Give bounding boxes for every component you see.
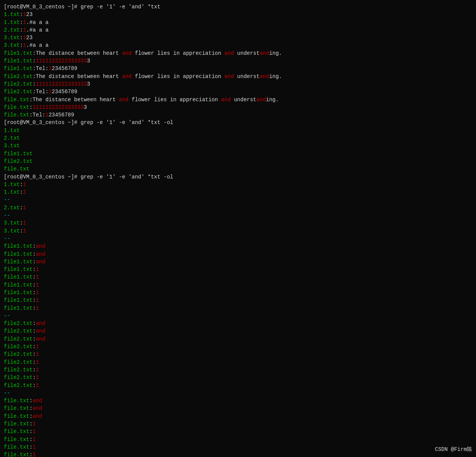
o1-out-9: file1.txt:1 bbox=[4, 266, 472, 273]
output-line-7: file1.txt:11111222223333333 bbox=[4, 57, 472, 65]
ol-output-2: 2.txt bbox=[4, 134, 472, 142]
o1-out-19: file2.txt:1 bbox=[4, 350, 472, 358]
o1-out-10: file1.txt:1 bbox=[4, 273, 472, 281]
ol-output-1: 1.txt bbox=[4, 127, 472, 134]
o1-out-15: file2.txt:and bbox=[4, 320, 472, 327]
output-line-14: file.txt:Tel:123456789 bbox=[4, 111, 472, 119]
output-line-1: 1.txt:123 bbox=[4, 11, 472, 18]
output-line-9: file2.txt:The distance between heart and… bbox=[4, 73, 472, 80]
output-line-3: 2.txt:1.#a a a bbox=[4, 26, 472, 34]
output-line-10: file2.txt:11111222223333333 bbox=[4, 80, 472, 88]
separator-2: -- bbox=[4, 212, 472, 219]
o1-out-18: file2.txt:1 bbox=[4, 343, 472, 350]
o1-out-11: file1.txt:1 bbox=[4, 281, 472, 289]
separator-3: -- bbox=[4, 235, 472, 242]
o1-out-7: file1.txt:and bbox=[4, 250, 472, 258]
separator-1: -- bbox=[4, 196, 472, 204]
o1-out-12: file1.txt:1 bbox=[4, 289, 472, 296]
o1-out-23: file2.txt:1 bbox=[4, 382, 472, 389]
o1-out-25: file.txt:and bbox=[4, 404, 472, 412]
ol-output-6: file.txt bbox=[4, 165, 472, 173]
o1-out-2: 1.txt:1 bbox=[4, 188, 472, 196]
output-line-5: 3.txt:1.#a a a bbox=[4, 41, 472, 49]
o1-out-31: file.txt:1 bbox=[4, 451, 472, 457]
o1-out-13: file1.txt:1 bbox=[4, 296, 472, 304]
o1-out-3: 2.txt:1 bbox=[4, 204, 472, 212]
separator-4: -- bbox=[4, 312, 472, 320]
o1-out-22: file2.txt:1 bbox=[4, 374, 472, 381]
ol-output-5: file2.txt bbox=[4, 158, 472, 165]
o1-out-16: file2.txt:and bbox=[4, 327, 472, 335]
command-line-3: [root@VM_0_3_centos ~]# grep -e '1' -e '… bbox=[4, 173, 472, 181]
o1-out-17: file2.txt:and bbox=[4, 335, 472, 343]
o1-out-27: file.txt:1 bbox=[4, 420, 472, 428]
output-line-8: file1.txt:Tel:123456789 bbox=[4, 65, 472, 72]
o1-out-30: file.txt:1 bbox=[4, 443, 472, 451]
o1-out-29: file.txt:1 bbox=[4, 436, 472, 443]
output-line-13: file.txt:11111222223333333 bbox=[4, 104, 472, 111]
command-line-2: [root@VM_0_3_centos ~]# grep -e '1' -e '… bbox=[4, 119, 472, 126]
output-line-12: file.txt:The distance between heart and … bbox=[4, 96, 472, 104]
terminal-output: [root@VM_0_3_centos ~]# grep -e '1' -e '… bbox=[4, 3, 472, 457]
o1-out-1: 1.txt:1 bbox=[4, 181, 472, 188]
o1-out-28: file.txt:1 bbox=[4, 428, 472, 435]
o1-out-14: file1.txt:1 bbox=[4, 304, 472, 312]
ol-output-3: 3.txt bbox=[4, 142, 472, 150]
output-line-2: 1.txt:1.#a a a bbox=[4, 19, 472, 26]
ol-output-4: file1.txt bbox=[4, 150, 472, 158]
o1-out-8: file1.txt:and bbox=[4, 258, 472, 266]
output-line-11: file2.txt:Tel:123456789 bbox=[4, 88, 472, 96]
o1-out-24: file.txt:and bbox=[4, 397, 472, 404]
o1-out-26: file.txt:and bbox=[4, 412, 472, 420]
o1-out-6: file1.txt:and bbox=[4, 242, 472, 250]
output-line-6: file1.txt:The distance between heart and… bbox=[4, 49, 472, 57]
o1-out-5: 3.txt:1 bbox=[4, 227, 472, 235]
o1-out-21: file2.txt:1 bbox=[4, 366, 472, 374]
command-line-1: [root@VM_0_3_centos ~]# grep -e '1' -e '… bbox=[4, 3, 472, 11]
watermark: CSDN @Firm陈 bbox=[435, 446, 472, 453]
o1-out-4: 3.txt:1 bbox=[4, 219, 472, 227]
o1-out-20: file2.txt:1 bbox=[4, 358, 472, 366]
output-line-4: 3.txt:123 bbox=[4, 34, 472, 41]
separator-5: -- bbox=[4, 389, 472, 397]
